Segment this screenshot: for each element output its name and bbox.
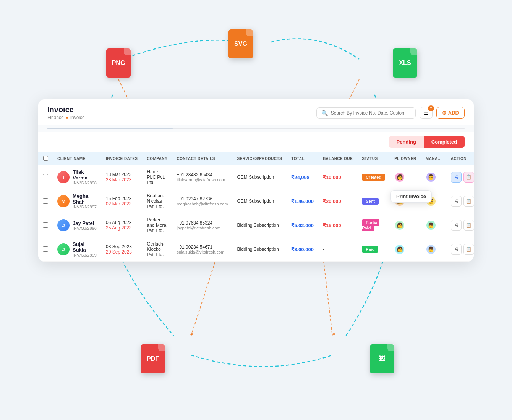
print-button[interactable]: 🖨 <box>451 244 462 255</box>
search-box[interactable]: 🔍 <box>316 107 416 119</box>
table-row: J Jay Patel INV/GJ/2896 05 Aug 2023 25 A… <box>38 213 474 237</box>
copy-button[interactable]: 📋 <box>463 244 474 255</box>
col-contact: CONTACT DETAILS <box>172 152 232 165</box>
col-action: ACTION <box>446 152 474 165</box>
print-button[interactable]: 🖨 <box>451 196 462 207</box>
company-cell: Parker and Mora Pvt. Ltd. <box>143 213 172 237</box>
manager-cell: 👨 <box>421 213 446 237</box>
avatar: T <box>57 171 70 183</box>
status-cell: Partial Paid <box>357 213 390 237</box>
manager-avatar: 👨 <box>426 172 436 183</box>
manager-avatar: 👨 <box>426 244 436 255</box>
date-due: 25 Aug 2023 <box>106 225 138 231</box>
pdf-file-icon[interactable]: PDF <box>138 342 168 376</box>
service-cell: GEM Subscription <box>232 189 287 213</box>
header-right: 🔍 ☰ 7 ⊕ ADD <box>316 107 465 119</box>
total-cell: ₹1,46,000 <box>287 189 318 213</box>
balance-cell: ₹20,000 <box>318 189 357 213</box>
img-label: 🖼 <box>379 355 385 362</box>
copy-button[interactable]: 📋 <box>463 172 474 183</box>
contact-cell: +91 90234 54671 sujalsukla@vitafresh.com <box>172 237 232 262</box>
email: jaypatel@vitafresh.com <box>177 226 228 230</box>
table-row: J Sujal Sukla INV/GJ/2899 08 Sep 2023 20… <box>38 237 474 262</box>
balance-amount: ₹15,000 <box>323 223 341 228</box>
total-amount: ₹5,02,000 <box>291 223 314 228</box>
print-invoice-label: Print Invoice <box>396 194 426 199</box>
status-cell: Paid <box>357 237 390 262</box>
select-all-checkbox[interactable] <box>43 156 48 161</box>
phone: +91 92347 82736 <box>177 196 228 202</box>
action-cell: 🖨 📋 ✏ 🗑 💬 <box>446 165 474 189</box>
copy-button[interactable]: 📋 <box>463 220 474 231</box>
client-name: Tilak Varma <box>73 169 97 181</box>
total-amount: ₹24,098 <box>291 174 309 180</box>
xls-label: XLS <box>399 60 411 66</box>
action-cell: 🖨 📋 ✏ 🗑 💬 <box>446 237 474 262</box>
date-cell: 13 Mar 2023 28 Mar 2023 <box>101 165 143 189</box>
row-checkbox[interactable] <box>43 174 48 179</box>
date-main: 13 Mar 2023 <box>106 172 138 177</box>
scroll-area <box>38 125 474 132</box>
client-info: Jay Patel INV/GJ/2896 <box>73 220 97 231</box>
png-file-icon[interactable]: PNG <box>103 46 134 80</box>
svg-file-icon[interactable]: SVG <box>225 27 256 61</box>
row-checkbox[interactable] <box>43 246 48 252</box>
invoice-number: INV/GJ/2899 <box>73 253 97 257</box>
phone: +91 28482 65434 <box>177 172 228 178</box>
invoice-number: INV/GJ/2898 <box>73 181 97 185</box>
row-checkbox[interactable] <box>43 198 48 204</box>
balance-cell: ₹10,000 <box>318 165 357 189</box>
action-cell: 🖨 📋 ✏ 🗑 💬 <box>446 213 474 237</box>
header-left: Invoice Finance Invoice <box>47 105 85 120</box>
xls-file-icon[interactable]: XLS <box>390 46 420 80</box>
copy-button[interactable]: 📋 <box>463 196 474 207</box>
breadcrumb-finance: Finance <box>47 115 64 120</box>
row-checkbox-cell <box>38 165 53 189</box>
contact-cell: +91 92347 82736 meghashah@vitafresh.com <box>172 189 232 213</box>
date-main: 15 Feb 2023 <box>106 196 138 201</box>
email: meghashah@vitafresh.com <box>177 202 228 206</box>
action-cell: 🖨 📋 ✏ 🗑 💬 <box>446 189 474 213</box>
status-badge: Paid <box>362 246 378 253</box>
print-button[interactable]: 🖨 <box>451 172 462 183</box>
print-button[interactable]: 🖨 <box>451 220 462 231</box>
page-title: Invoice <box>47 105 85 114</box>
add-button[interactable]: ⊕ ADD <box>436 107 465 119</box>
status-badge: Sent <box>362 198 379 205</box>
pl-owner-cell: 👩 <box>390 165 421 189</box>
pending-button[interactable]: Pending <box>389 136 424 148</box>
filter-badge: 7 <box>428 105 434 111</box>
scroll-track <box>47 128 465 129</box>
pl-owner-avatar: 👩 <box>394 220 405 231</box>
col-status: STATUS <box>357 152 390 165</box>
search-input[interactable] <box>331 110 411 116</box>
client-name: Megha Shah <box>73 193 97 205</box>
date-cell: 05 Aug 2023 25 Aug 2023 <box>101 213 143 237</box>
email: sujalsukla@vitafresh.com <box>177 250 228 254</box>
total-cell: ₹24,098 <box>287 165 318 189</box>
client-info: Megha Shah INV/GJ/2897 <box>73 193 97 209</box>
col-total: TOTAL <box>287 152 318 165</box>
contact-cell: +91 97634 85324 jaypatel@vitafresh.com <box>172 213 232 237</box>
col-checkbox <box>38 152 53 165</box>
filter-button[interactable]: ☰ 7 <box>420 107 433 119</box>
client-cell: J Jay Patel INV/GJ/2896 <box>53 213 101 237</box>
manager-cell: 👨 <box>421 237 446 262</box>
plus-icon: ⊕ <box>442 110 446 116</box>
date-due: 20 Sep 2023 <box>106 249 138 255</box>
avatar: M <box>57 195 70 207</box>
client-cell: J Sujal Sukla INV/GJ/2899 <box>53 237 101 262</box>
invoice-number: INV/GJ/2897 <box>73 205 97 209</box>
add-label: ADD <box>448 110 459 116</box>
total-amount: ₹1,46,000 <box>291 199 314 204</box>
row-checkbox[interactable] <box>43 222 48 228</box>
col-company: COMPANY <box>143 152 172 165</box>
service-cell: Bidding Subscription <box>232 237 287 262</box>
completed-button[interactable]: Completed <box>424 136 465 148</box>
pl-owner-cell: 👩 <box>390 237 421 262</box>
balance-amount: ₹10,000 <box>323 174 341 180</box>
svg-marker-2 <box>190 332 193 335</box>
status-badge: Partial Paid <box>362 219 379 231</box>
breadcrumb-invoice: Invoice <box>70 115 85 120</box>
img-file-icon[interactable]: 🖼 <box>367 342 397 376</box>
